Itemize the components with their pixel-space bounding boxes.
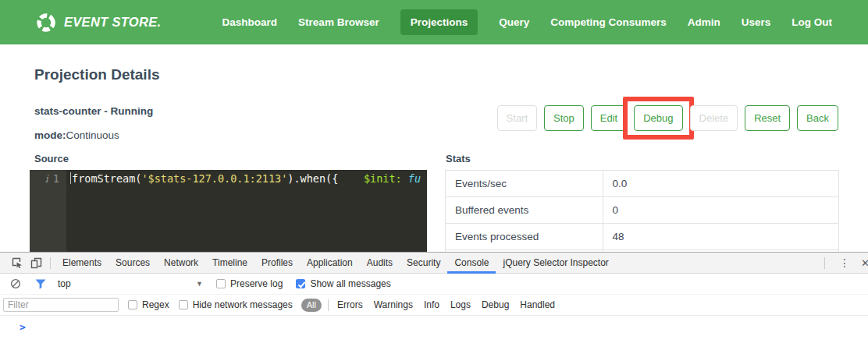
nav-item-admin[interactable]: Admin xyxy=(688,16,720,28)
code-segment xyxy=(402,172,408,185)
nav-item-stream-browser[interactable]: Stream Browser xyxy=(298,16,379,28)
chevron-down-icon: ▼ xyxy=(196,280,203,288)
source-section: Source i 1 fromStream('$stats-127.0.0.1:… xyxy=(30,153,427,252)
brand[interactable]: EVENT STORE. xyxy=(35,12,161,34)
back-button[interactable]: Back xyxy=(797,105,838,131)
code-editor[interactable]: i 1 fromStream('$stats-127.0.0.1:2113').… xyxy=(30,170,427,252)
divider xyxy=(50,257,51,269)
line-number: 1 xyxy=(53,172,59,252)
divider xyxy=(328,299,329,311)
edit-button[interactable]: Edit xyxy=(591,105,627,131)
checkbox-unchecked-icon xyxy=(216,279,226,288)
show-all-messages-label: Show all messages xyxy=(310,278,390,289)
prompt-chevron-icon: > xyxy=(20,321,26,333)
divider xyxy=(824,257,825,269)
mode-value: Continuous xyxy=(66,129,119,141)
stat-value: 0 xyxy=(603,197,838,224)
close-icon[interactable]: ✕ xyxy=(859,257,868,269)
tab-jquery-selector-inspector[interactable]: jQuery Selector Inspector xyxy=(496,253,615,274)
reset-button[interactable]: Reset xyxy=(745,105,790,131)
regex-checkbox[interactable]: Regex xyxy=(128,299,169,310)
nav-item-projections[interactable]: Projections xyxy=(400,9,478,35)
code-segment xyxy=(338,172,364,185)
stat-label: Buffered events xyxy=(446,197,603,224)
table-row: Events/sec 0.0 xyxy=(446,171,839,197)
filter-level-handled[interactable]: Handled xyxy=(520,299,555,310)
filter-input[interactable] xyxy=(3,298,119,312)
preserve-log-label: Preserve log xyxy=(230,278,283,289)
mode-label: mode: xyxy=(34,129,66,141)
execution-context-selector[interactable]: top ▼ xyxy=(58,278,203,289)
filter-level-warnings[interactable]: Warnings xyxy=(374,299,413,310)
tabbar-right-controls: ⋮ ✕ xyxy=(820,256,868,269)
hide-network-messages-label: Hide network messages xyxy=(193,299,293,310)
source-heading: Source xyxy=(34,153,427,164)
table-row: Buffered events 0 xyxy=(446,197,839,224)
debug-highlight-annotation: Debug xyxy=(623,97,693,140)
tab-network[interactable]: Network xyxy=(157,253,205,274)
filter-level-info[interactable]: Info xyxy=(424,299,439,310)
checkbox-unchecked-icon xyxy=(179,300,188,309)
tab-sources[interactable]: Sources xyxy=(108,253,157,274)
projection-mode: mode:Continuous xyxy=(34,129,868,141)
tab-application[interactable]: Application xyxy=(300,253,360,274)
nav-item-logout[interactable]: Log Out xyxy=(792,16,832,28)
editor-cursor xyxy=(70,172,71,184)
preserve-log-checkbox[interactable]: Preserve log xyxy=(216,278,283,289)
checkbox-unchecked-icon xyxy=(128,300,137,309)
code-segment-init: $init: xyxy=(364,172,402,185)
main-nav: Dashboard Stream Browser Projections Que… xyxy=(222,9,832,35)
code-segment-string: '$stats-127.0.0.1:2113' xyxy=(141,172,287,185)
code-line: fromStream('$stats-127.0.0.1:2113').when… xyxy=(66,170,421,252)
editor-gutter: i 1 xyxy=(30,170,66,252)
tab-elements[interactable]: Elements xyxy=(55,253,108,274)
show-all-messages-checkbox[interactable]: Show all messages xyxy=(296,278,390,289)
action-buttons: Start Stop Edit Debug Delete Reset Back xyxy=(497,105,838,131)
filter-all-badge[interactable]: All xyxy=(301,299,322,312)
tab-audits[interactable]: Audits xyxy=(360,253,400,274)
nav-item-users[interactable]: Users xyxy=(742,16,771,28)
nav-item-query[interactable]: Query xyxy=(499,16,529,28)
projection-details-page: Projection Details Start Stop Edit Debug… xyxy=(0,44,868,252)
filter-icon[interactable] xyxy=(31,274,50,293)
filter-level-errors[interactable]: Errors xyxy=(337,299,363,310)
page: EVENT STORE. Dashboard Stream Browser Pr… xyxy=(0,0,868,343)
filter-level-logs[interactable]: Logs xyxy=(450,299,471,310)
console-prompt[interactable]: > xyxy=(0,316,868,343)
delete-button: Delete xyxy=(690,105,738,131)
details-columns: Source i 1 fromStream('$stats-127.0.0.1:… xyxy=(30,153,839,252)
stat-label: Events processed xyxy=(446,224,603,250)
devtools-menu-icon[interactable]: ⋮ xyxy=(831,256,858,269)
start-button: Start xyxy=(497,105,537,131)
tab-security[interactable]: Security xyxy=(400,253,447,274)
filter-level-debug[interactable]: Debug xyxy=(482,299,509,310)
tab-profiles[interactable]: Profiles xyxy=(254,253,300,274)
nav-item-dashboard[interactable]: Dashboard xyxy=(222,16,278,28)
debug-button[interactable]: Debug xyxy=(634,105,682,131)
devtools-panel: Elements Sources Network Timeline Profil… xyxy=(0,252,868,343)
stat-value: 0.0 xyxy=(603,171,838,197)
eventstore-logo-icon xyxy=(35,12,57,34)
top-navbar: EVENT STORE. Dashboard Stream Browser Pr… xyxy=(0,0,868,44)
code-segment: ).when({ xyxy=(287,172,338,185)
inspect-element-icon[interactable] xyxy=(8,253,27,272)
info-annotation-icon[interactable]: i xyxy=(45,172,48,252)
stats-section: Stats Events/sec 0.0 Buffered events 0 E… xyxy=(445,153,839,252)
console-filter-bar: Regex Hide network messages All Errors W… xyxy=(0,295,868,316)
hide-network-messages-checkbox[interactable]: Hide network messages xyxy=(179,299,293,310)
tab-console[interactable]: Console xyxy=(447,253,496,274)
console-toolbar: top ▼ Preserve log Show all messages xyxy=(0,274,868,295)
stats-table: Events/sec 0.0 Buffered events 0 Events … xyxy=(445,170,839,252)
stat-label: Events/sec xyxy=(446,171,603,197)
clear-console-icon[interactable] xyxy=(6,274,25,293)
checkbox-checked-icon xyxy=(296,279,305,288)
tab-timeline[interactable]: Timeline xyxy=(205,253,254,274)
nav-item-competing-consumers[interactable]: Competing Consumers xyxy=(550,16,667,28)
devtools-tabbar: Elements Sources Network Timeline Profil… xyxy=(0,253,868,274)
page-title: Projection Details xyxy=(34,66,868,83)
context-value: top xyxy=(58,278,71,289)
stats-heading: Stats xyxy=(446,153,839,164)
brand-text: EVENT STORE. xyxy=(64,15,161,30)
device-toolbar-icon[interactable] xyxy=(27,253,45,272)
stop-button[interactable]: Stop xyxy=(544,105,584,131)
